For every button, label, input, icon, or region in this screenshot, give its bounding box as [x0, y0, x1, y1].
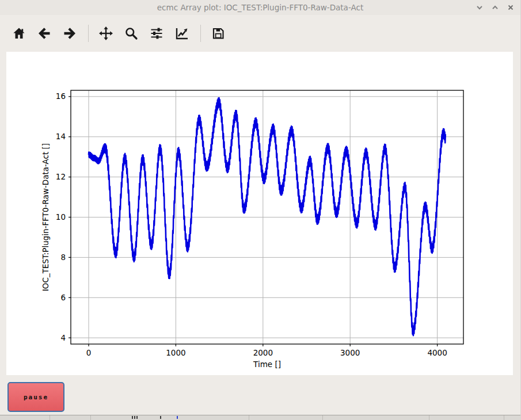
tick-label-x: 2000: [253, 348, 273, 357]
taskbar-icon-mark: [134, 416, 135, 419]
chevron-up-icon: [492, 4, 499, 11]
customize-button[interactable]: [175, 26, 189, 40]
figure-canvas[interactable]: 0100020003000400046810121416Time []IOC_T…: [6, 52, 513, 375]
floppy-icon: [211, 26, 225, 40]
x-axis-label: Time []: [253, 360, 281, 369]
move-icon: [98, 26, 113, 41]
taskbar-icon-mark: [160, 416, 161, 419]
zoom-button[interactable]: [124, 26, 138, 40]
back-button[interactable]: [37, 26, 51, 40]
plot-window: ecmc Array plot: IOC_TEST:Plugin-FFT0-Ra…: [0, 0, 521, 420]
tick-label-y: 4: [60, 333, 66, 342]
taskbar-separator: [50, 415, 50, 420]
minimize-button[interactable]: [474, 2, 485, 13]
toolbar-separator: [88, 25, 89, 42]
tick-label-x: 3000: [340, 348, 360, 357]
taskbar-separator: [249, 415, 249, 420]
maximize-button[interactable]: [490, 2, 500, 13]
taskbar-separator: [90, 415, 91, 420]
chevron-down-icon: [476, 4, 483, 11]
window-title: ecmc Array plot: IOC_TEST:Plugin-FFT0-Ra…: [0, 0, 520, 15]
series-line: [89, 98, 446, 335]
home-button[interactable]: [12, 26, 26, 40]
tick-label-y: 10: [56, 212, 66, 222]
tick-label-x: 4000: [427, 348, 447, 357]
tick-label-y: 12: [56, 172, 66, 181]
y-axis-label: IOC_TEST:Plugin-FFT0-Raw-Data-Act []: [41, 143, 50, 291]
tick-label-y: 8: [60, 253, 66, 262]
plot-area[interactable]: 0100020003000400046810121416Time []IOC_T…: [6, 52, 513, 375]
taskbar[interactable]: [0, 415, 520, 420]
taskbar-icon-mark: [132, 416, 133, 419]
configure-subplots-button[interactable]: [150, 26, 163, 40]
taskbar-separator: [322, 415, 323, 420]
tick-label-x: 0: [86, 348, 92, 357]
tick-label-x: 1000: [166, 348, 185, 357]
taskbar-separator: [504, 415, 504, 420]
taskbar-separator: [429, 415, 429, 420]
titlebar[interactable]: ecmc Array plot: IOC_TEST:Plugin-FFT0-Ra…: [0, 0, 520, 15]
home-icon: [12, 26, 26, 40]
navigation-toolbar: [0, 15, 520, 52]
sliders-icon: [150, 26, 163, 40]
tick-label-y: 16: [56, 91, 66, 101]
arrow-right-icon: [63, 26, 77, 40]
toolbar-separator: [200, 25, 201, 42]
save-button[interactable]: [211, 26, 225, 40]
pause-button-label: pause: [24, 394, 48, 401]
taskbar-icon-mark: [136, 416, 138, 419]
close-button[interactable]: [505, 2, 516, 13]
chart-arrow-icon: [174, 26, 189, 41]
magnifier-icon: [124, 26, 138, 40]
tick-label-y: 6: [60, 293, 66, 302]
close-icon: [507, 4, 514, 11]
forward-button[interactable]: [63, 26, 77, 40]
pan-button[interactable]: [99, 26, 113, 40]
tick-label-y: 14: [56, 132, 66, 141]
arrow-left-icon: [37, 26, 51, 40]
taskbar-icon-mark: [177, 416, 178, 419]
pause-button[interactable]: pause: [7, 382, 64, 412]
window-controls: [474, 0, 516, 15]
